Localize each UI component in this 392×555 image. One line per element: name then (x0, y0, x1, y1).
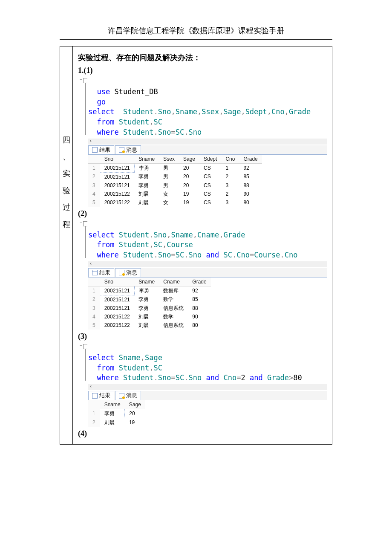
scroll-left-icon[interactable] (88, 384, 327, 390)
tab-results[interactable]: 结果 (88, 268, 114, 277)
message-icon (119, 147, 124, 153)
label-4: (4) (78, 429, 327, 438)
grid-icon (92, 393, 98, 399)
tab-messages[interactable]: 消息 (115, 391, 141, 400)
grid-icon (92, 270, 98, 275)
scroll-left-icon[interactable] (88, 139, 327, 145)
results-grid-2: SnoSnameCnameGrade1200215121李勇数据库9222002… (88, 278, 211, 330)
results-grid-1: SnoSnameSsexSageSdeptCnoGrade1200215121李… (88, 155, 262, 207)
sql-block-2: select Student.Sno,Sname,Cname,Grade fro… (88, 220, 327, 260)
side-column: 四 、 实 验 过 程 (60, 46, 73, 445)
label-2: (2) (78, 209, 327, 218)
scroll-left-icon[interactable] (88, 261, 327, 267)
tab-messages[interactable]: 消息 (115, 268, 141, 277)
collapse-icon[interactable] (83, 78, 87, 83)
tab-bar-1: 结果 消息 (88, 145, 327, 155)
collapse-icon[interactable] (83, 221, 87, 226)
grid-icon (92, 147, 98, 153)
tab-messages[interactable]: 消息 (115, 145, 141, 154)
content-column: 实验过程、存在的问题及解决办法： 1.(1) use Student_DB go… (73, 46, 332, 445)
sql-block-3: select Sname,Sage from Student,SC where … (88, 343, 327, 383)
page-header: 许昌学院信息工程学院《数据库原理》课程实验手册 (0, 26, 392, 36)
label-3: (3) (78, 332, 327, 341)
tab-results[interactable]: 结果 (88, 391, 114, 400)
message-icon (119, 393, 124, 399)
tab-bar-2: 结果 消息 (88, 268, 327, 278)
tab-bar-3: 结果 消息 (88, 391, 327, 400)
document-frame: 四 、 实 验 过 程 实验过程、存在的问题及解决办法： 1.(1) use S… (60, 46, 332, 445)
header-underline (60, 39, 332, 40)
section-title: 实验过程、存在的问题及解决办法： (78, 52, 327, 63)
collapse-icon[interactable] (83, 344, 87, 349)
sql-block-1: use Student_DB go select Student.Sno,Sna… (88, 77, 327, 138)
results-grid-3: SnameSage1李勇202刘晨19 (88, 400, 145, 427)
label-1-1: 1.(1) (78, 66, 327, 75)
tab-results[interactable]: 结果 (88, 145, 114, 154)
message-icon (119, 270, 124, 275)
